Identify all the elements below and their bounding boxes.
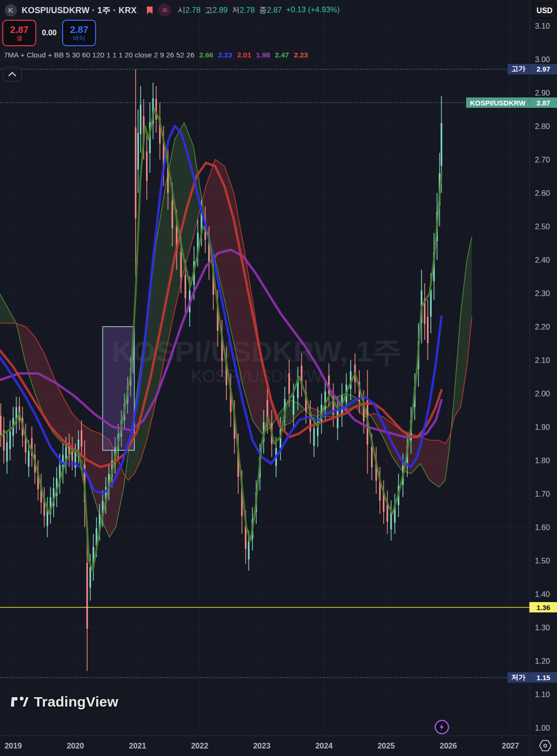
ichimoku-cloud-fill — [429, 440, 439, 487]
selection-box[interactable] — [103, 327, 134, 450]
price-tick-label: 1.70 — [535, 490, 550, 498]
year-tick-label[interactable]: 2021 — [129, 741, 146, 750]
ichimoku-cloud-fill — [439, 440, 445, 487]
ichimoku-cloud-fill — [25, 327, 35, 394]
price-tick-label: 2.90 — [535, 88, 550, 97]
indicator-title: 7MA + Cloud + BB 5 30 60 120 1 1 1 20 cl… — [4, 51, 194, 59]
price-tick-label: 2.60 — [535, 189, 550, 197]
price-tick-label: 2.70 — [535, 155, 550, 164]
tradingview-logo-text: TradingView — [34, 694, 118, 710]
indicator-legend[interactable]: 7MA + Cloud + BB 5 30 60 120 1 1 1 20 cl… — [4, 51, 313, 59]
symbol-title[interactable]: KOSPI/USDKRW · 1주 · KRX — [22, 5, 137, 16]
price-tick-label: 2.00 — [535, 389, 550, 398]
price-label-2.87[interactable]: KOSPI/USDKRW2.87 — [466, 97, 557, 108]
year-tick-label[interactable]: 2024 — [315, 741, 333, 750]
symbol-header: K KOSPI/USDKRW · 1주 · KRX ≈ 시2.78 고2.89 … — [5, 4, 340, 16]
price-tick-label: 2.40 — [535, 256, 550, 264]
tradingview-chart-window: KOSPI/USDKRW, 1주KOSPI/USDKRW1.001.101.20… — [0, 0, 557, 756]
sell-button[interactable]: 2.87 셀 — [2, 20, 36, 46]
year-tick-label[interactable]: 2023 — [253, 741, 271, 750]
price-tick-label: 1.80 — [535, 456, 550, 465]
tradingview-logo[interactable]: TradingView — [10, 694, 118, 710]
price-tick-label: 1.30 — [535, 623, 550, 632]
ideas-icon[interactable]: ≈ — [158, 4, 171, 16]
price-tick-label: 1.00 — [535, 724, 550, 732]
price-tick-label: 1.10 — [535, 690, 550, 699]
year-tick-label[interactable]: 2027 — [502, 741, 519, 750]
year-tick-label[interactable]: 2022 — [191, 741, 209, 750]
price-tick-label: 2.20 — [535, 322, 550, 331]
trade-panel: 2.87 셀 0.00 2.87 바이 — [2, 20, 96, 46]
price-chart-canvas: KOSPI/USDKRW, 1주KOSPI/USDKRW1.001.101.20… — [0, 0, 557, 756]
tradingview-mark-icon — [10, 694, 29, 710]
indicator-value: 2.66 — [199, 51, 213, 59]
indicator-value: 2.23 — [218, 51, 232, 59]
ohlc-readout: 시2.78 고2.89 저2.78 종2.87 +0.13 (+4.93%) — [178, 5, 339, 16]
flag-icon[interactable] — [144, 6, 153, 15]
buy-button[interactable]: 2.87 바이 — [62, 20, 96, 46]
price-label-value: 1.15 — [529, 672, 557, 683]
indicator-value: 1.98 — [256, 51, 270, 59]
indicator-value: 2.47 — [275, 51, 289, 59]
indicator-value: 2.01 — [237, 51, 251, 59]
ichimoku-cloud-fill — [91, 430, 100, 517]
price-tick-label: 3.10 — [535, 22, 550, 30]
price-tick-label: 1.40 — [535, 590, 550, 598]
price-tick-label: 3.00 — [535, 55, 550, 64]
lightning-icon[interactable] — [434, 719, 450, 735]
price-label-1.36[interactable]: 1.36 — [529, 602, 557, 612]
price-tick-label: 1.50 — [535, 556, 550, 565]
axis-settings-icon[interactable] — [538, 739, 552, 752]
price-label-name: 저가 — [508, 672, 529, 683]
price-label-value: 2.87 — [529, 97, 557, 108]
price-tick-label: 2.30 — [535, 289, 550, 298]
symbol-logo: K — [5, 4, 17, 16]
price-label-2.97[interactable]: 고가2.97 — [508, 64, 557, 74]
price-label-value: 1.36 — [529, 602, 557, 612]
price-tick-label: 1.20 — [535, 657, 550, 665]
change-readout: +0.13 (+4.93%) — [286, 5, 340, 16]
spread-value: 0.00 — [42, 29, 57, 37]
price-label-name: 고가 — [508, 64, 529, 74]
year-tick-label[interactable]: 2019 — [5, 741, 22, 750]
year-tick-label[interactable]: 2025 — [378, 741, 395, 750]
price-label-name: KOSPI/USDKRW — [466, 97, 529, 108]
price-label-value: 2.97 — [529, 64, 557, 74]
chevron-up-icon — [8, 72, 16, 76]
year-tick-label[interactable]: 2020 — [67, 741, 84, 750]
price-label-1.15[interactable]: 저가1.15 — [508, 672, 557, 683]
axis-currency-button[interactable]: USD — [533, 3, 556, 18]
price-tick-label: 1.60 — [535, 523, 550, 531]
price-tick-label: 2.80 — [535, 122, 550, 130]
indicator-values: 2.662.232.011.982.472.23 — [199, 51, 313, 59]
indicator-value: 2.23 — [294, 51, 308, 59]
ichimoku-cloud-fill — [374, 413, 383, 437]
collapse-legend-button[interactable] — [3, 67, 22, 81]
price-tick-label: 1.90 — [535, 423, 550, 431]
year-tick-label[interactable]: 2026 — [440, 741, 457, 750]
price-tick-label: 2.10 — [535, 356, 550, 364]
price-tick-label: 2.50 — [535, 222, 550, 231]
